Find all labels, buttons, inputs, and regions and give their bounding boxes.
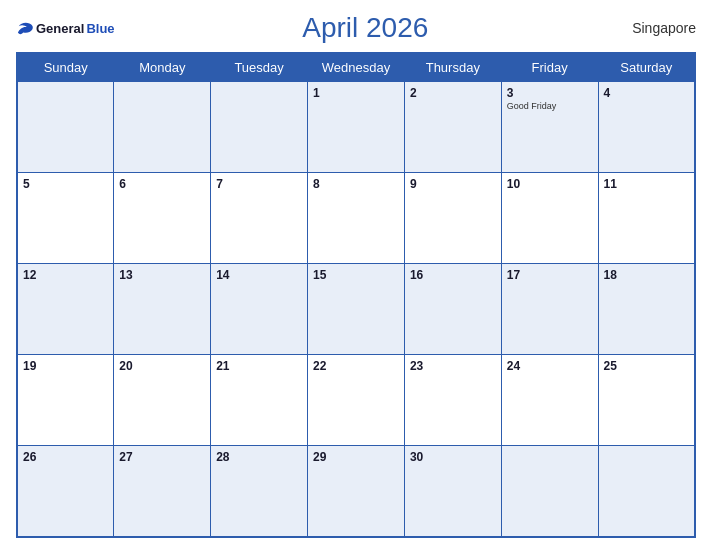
table-cell: 27 [114,446,211,537]
day-number: 2 [410,86,496,100]
week-row-2: 567891011 [17,173,695,264]
week-row-1: 123Good Friday4 [17,82,695,173]
day-number: 18 [604,268,689,282]
table-cell: 22 [308,355,405,446]
col-saturday: Saturday [598,53,695,82]
logo-blue-text: Blue [86,21,114,36]
day-number: 21 [216,359,302,373]
table-cell: 15 [308,264,405,355]
table-cell: 24 [501,355,598,446]
table-cell: 16 [404,264,501,355]
day-number: 12 [23,268,108,282]
table-cell: 7 [211,173,308,264]
table-cell: 18 [598,264,695,355]
day-number: 25 [604,359,689,373]
day-number: 17 [507,268,593,282]
col-wednesday: Wednesday [308,53,405,82]
table-cell [598,446,695,537]
calendar-title: April 2026 [115,12,616,44]
day-number: 19 [23,359,108,373]
table-cell: 19 [17,355,114,446]
title-area: April 2026 [115,12,616,44]
table-cell: 9 [404,173,501,264]
table-cell: 14 [211,264,308,355]
day-number: 27 [119,450,205,464]
table-cell [501,446,598,537]
day-number: 22 [313,359,399,373]
col-thursday: Thursday [404,53,501,82]
table-cell: 11 [598,173,695,264]
holiday-name: Good Friday [507,101,593,111]
logo-general-text: General [36,21,84,36]
day-number: 11 [604,177,689,191]
day-number: 15 [313,268,399,282]
day-number: 10 [507,177,593,191]
week-row-3: 12131415161718 [17,264,695,355]
day-number: 29 [313,450,399,464]
table-cell: 13 [114,264,211,355]
logo-icon [16,20,34,36]
table-cell: 4 [598,82,695,173]
table-cell [211,82,308,173]
day-number: 5 [23,177,108,191]
day-number: 20 [119,359,205,373]
day-number: 23 [410,359,496,373]
table-cell: 23 [404,355,501,446]
table-cell: 25 [598,355,695,446]
table-cell: 12 [17,264,114,355]
table-cell: 17 [501,264,598,355]
table-cell: 21 [211,355,308,446]
table-cell: 29 [308,446,405,537]
table-cell: 20 [114,355,211,446]
day-number: 4 [604,86,689,100]
table-cell: 3Good Friday [501,82,598,173]
day-number: 3 [507,86,593,100]
day-number: 28 [216,450,302,464]
header: General Blue April 2026 Singapore [16,12,696,44]
table-cell: 1 [308,82,405,173]
table-cell: 26 [17,446,114,537]
table-cell: 2 [404,82,501,173]
weekday-header-row: Sunday Monday Tuesday Wednesday Thursday… [17,53,695,82]
day-number: 7 [216,177,302,191]
day-number: 14 [216,268,302,282]
col-tuesday: Tuesday [211,53,308,82]
table-cell: 5 [17,173,114,264]
col-sunday: Sunday [17,53,114,82]
day-number: 24 [507,359,593,373]
day-number: 13 [119,268,205,282]
week-row-5: 2627282930 [17,446,695,537]
table-cell [17,82,114,173]
table-cell [114,82,211,173]
table-cell: 8 [308,173,405,264]
day-number: 8 [313,177,399,191]
table-cell: 6 [114,173,211,264]
day-number: 16 [410,268,496,282]
col-monday: Monday [114,53,211,82]
day-number: 1 [313,86,399,100]
day-number: 30 [410,450,496,464]
week-row-4: 19202122232425 [17,355,695,446]
day-number: 9 [410,177,496,191]
table-cell: 28 [211,446,308,537]
table-cell: 30 [404,446,501,537]
day-number: 26 [23,450,108,464]
calendar-table: Sunday Monday Tuesday Wednesday Thursday… [16,52,696,538]
region-label: Singapore [616,20,696,36]
table-cell: 10 [501,173,598,264]
col-friday: Friday [501,53,598,82]
logo: General Blue [16,20,115,36]
calendar-page: General Blue April 2026 Singapore Sunday… [0,0,712,550]
day-number: 6 [119,177,205,191]
